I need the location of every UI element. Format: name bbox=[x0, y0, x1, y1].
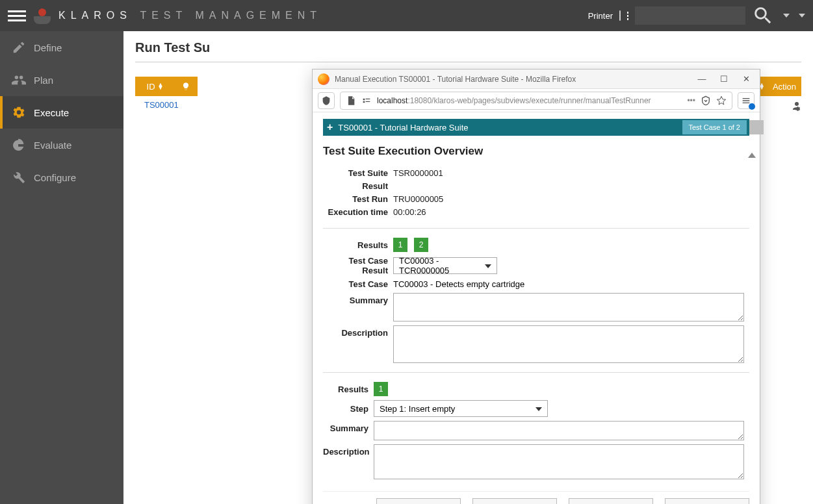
description-input-1[interactable] bbox=[393, 325, 744, 363]
plus-icon: + bbox=[327, 121, 333, 133]
star-icon[interactable] bbox=[716, 95, 727, 106]
user-gear-icon bbox=[791, 100, 803, 112]
brand-primary: KLAROS bbox=[58, 10, 132, 21]
summary-input-1[interactable] bbox=[393, 293, 744, 321]
result-chip-1[interactable]: 1 bbox=[393, 238, 407, 252]
tsr-value: TSR0000001 bbox=[393, 167, 443, 193]
url-input[interactable]: localhost:18080/klaros-web/pages/subview… bbox=[340, 92, 732, 110]
testcase-progress-badge: Test Case 1 of 2 bbox=[682, 120, 747, 134]
firefox-popup-window: Manual Execution TS00001 - Tutorial Hard… bbox=[312, 69, 760, 504]
url-text: localhost:18080/klaros-web/pages/subview… bbox=[377, 96, 651, 105]
sidebar-item-configure[interactable]: Configure bbox=[0, 161, 123, 194]
app-topbar: KLAROS TEST MANAGEMENT Printer bbox=[0, 0, 813, 31]
window-close-button[interactable]: ✕ bbox=[738, 74, 755, 84]
sidebar-nav: Define Plan Execute Evaluate Configure bbox=[0, 31, 123, 504]
main-area: Run Test Su ID▲▼ Test Cases▲▼ Results▲▼ … bbox=[123, 31, 813, 504]
col-hint[interactable] bbox=[174, 77, 198, 96]
sidebar-item-label: Plan bbox=[34, 75, 53, 86]
gear-icon bbox=[12, 105, 26, 120]
pie-chart-icon bbox=[12, 138, 26, 152]
sidebar-item-execute[interactable]: Execute bbox=[0, 96, 123, 129]
save-button[interactable]: Save bbox=[376, 498, 461, 504]
sidebar-item-evaluate[interactable]: Evaluate bbox=[0, 129, 123, 161]
app-logo-icon bbox=[34, 7, 51, 24]
link-issue-button[interactable]: Link Issue bbox=[472, 498, 557, 504]
pencil-page-icon bbox=[12, 40, 26, 55]
cell-id[interactable]: TS00001 bbox=[144, 100, 201, 110]
printer-list-icon[interactable] bbox=[627, 12, 628, 20]
printer-label: Printer bbox=[588, 11, 613, 21]
step-select[interactable]: Step 1: Insert empty bbox=[374, 400, 548, 417]
window-minimize-button[interactable]: — bbox=[693, 74, 710, 84]
cell-action[interactable] bbox=[791, 100, 803, 114]
overview-heading: Test Suite Execution Overview bbox=[323, 145, 749, 158]
action-button-row: Save Link Issue Create Issue Close bbox=[323, 491, 749, 504]
help-menu[interactable] bbox=[781, 14, 790, 18]
hamburger-icon[interactable] bbox=[8, 10, 26, 21]
close-button[interactable]: Close bbox=[665, 498, 749, 504]
wrench-icon bbox=[12, 170, 26, 184]
app-brand: KLAROS TEST MANAGEMENT bbox=[58, 10, 322, 21]
overflow-menu-icon[interactable] bbox=[738, 92, 755, 109]
testcase-result-select[interactable]: TC00003 - TCR0000005 bbox=[393, 257, 497, 274]
description-input-2[interactable] bbox=[374, 444, 744, 479]
banner-grip bbox=[749, 120, 764, 134]
col-action: Action bbox=[768, 77, 801, 96]
summary-input-2[interactable] bbox=[374, 421, 744, 440]
step-result-chip-1[interactable]: 1 bbox=[374, 382, 388, 396]
bulb-icon bbox=[181, 82, 190, 91]
user-menu[interactable] bbox=[796, 14, 805, 18]
sidebar-item-define[interactable]: Define bbox=[0, 31, 123, 64]
window-title: Manual Execution TS00001 - Tutorial Hard… bbox=[335, 75, 688, 84]
page-title: Run Test Su bbox=[135, 31, 801, 62]
shield-icon[interactable] bbox=[318, 92, 335, 109]
create-issue-button[interactable]: Create Issue bbox=[569, 498, 653, 504]
window-titlebar: Manual Execution TS00001 - Tutorial Hard… bbox=[313, 69, 760, 89]
col-id[interactable]: ID▲▼ bbox=[135, 77, 174, 96]
testcase-value: TC00003 - Detects empty cartridge bbox=[393, 279, 524, 289]
sidebar-item-plan[interactable]: Plan bbox=[0, 64, 123, 96]
printer-archive-icon[interactable] bbox=[619, 10, 621, 21]
scroll-up-icon[interactable] bbox=[748, 153, 756, 158]
window-maximize-button[interactable]: ☐ bbox=[716, 74, 732, 84]
sidebar-item-label: Evaluate bbox=[34, 140, 71, 151]
pocket-icon bbox=[701, 95, 711, 106]
suite-banner-text: TS00001 - Tutorial Hardware Suite bbox=[338, 123, 468, 132]
exectime-value: 00:00:26 bbox=[393, 206, 426, 219]
firefox-icon bbox=[318, 73, 329, 85]
suite-banner[interactable]: + TS00001 - Tutorial Hardware Suite Test… bbox=[323, 119, 749, 136]
search-icon[interactable] bbox=[752, 5, 774, 27]
browser-address-bar: localhost:18080/klaros-web/pages/subview… bbox=[313, 89, 760, 112]
brand-secondary: TEST MANAGEMENT bbox=[140, 10, 322, 21]
sidebar-item-label: Configure bbox=[34, 172, 76, 183]
users-icon bbox=[12, 73, 26, 87]
permissions-icon bbox=[361, 95, 372, 106]
page-icon bbox=[346, 95, 356, 106]
tru-value: TRU0000005 bbox=[393, 193, 443, 206]
global-search-input[interactable] bbox=[635, 6, 745, 25]
result-chip-2[interactable]: 2 bbox=[414, 238, 428, 252]
sidebar-item-label: Define bbox=[34, 42, 62, 53]
sidebar-item-label: Execute bbox=[34, 107, 69, 118]
